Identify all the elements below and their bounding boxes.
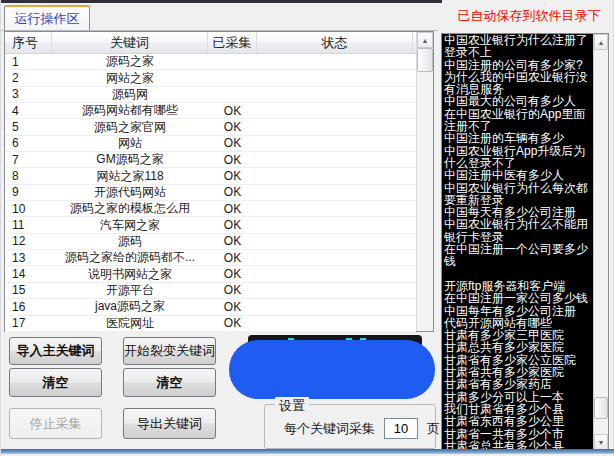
table-cell-kw: 源码网站都有哪些	[52, 102, 208, 119]
table-cell-kw: GM源码之家	[52, 151, 208, 168]
table-cell-col: OK	[208, 218, 257, 232]
clear-left-button[interactable]: 清空	[9, 368, 102, 397]
table-row[interactable]: 12源码OK	[5, 234, 416, 250]
log-scrollbar[interactable]: ▲ ▼	[593, 34, 608, 450]
table-cell-kw: 源码之家的模板怎么用	[52, 200, 208, 217]
log-scroll-down-icon[interactable]: ▼	[594, 434, 608, 450]
table-cell-no: 1	[5, 55, 52, 69]
table-cell-kw: 网站	[52, 135, 208, 152]
table-cell-col: OK	[208, 120, 257, 134]
log-lines: 中国农业银行为什么注册了 登录不上 中国注册的公司有多少家? 为什么我的中国农业…	[444, 34, 594, 451]
table-row[interactable]: 6网站OK	[5, 136, 416, 152]
table-row[interactable]: 17医院网址OK	[5, 316, 416, 332]
table-cell-col: OK	[208, 283, 257, 297]
column-header-collected[interactable]: 已采集	[208, 32, 257, 53]
column-header-keyword[interactable]: 关键词	[52, 32, 208, 53]
table-row[interactable]: 10源码之家的模板怎么用OK	[5, 201, 416, 217]
table-cell-no: 2	[5, 71, 52, 85]
table-cell-col: OK	[208, 104, 257, 118]
table-cell-kw: 开源代码网站	[52, 184, 208, 201]
tab-run-operation-area[interactable]: 运行操作区	[4, 5, 90, 31]
table-cell-no: 6	[5, 136, 52, 150]
table-row[interactable]: 9开源代码网站OK	[5, 185, 416, 201]
export-keywords-button[interactable]: 导出关键词	[123, 408, 216, 439]
table-cell-no: 4	[5, 104, 52, 118]
table-cell-kw: java源码之家	[52, 298, 208, 315]
table-cell-no: 9	[5, 185, 52, 199]
table-row[interactable]: 15开源平台OK	[5, 283, 416, 299]
table-cell-kw: 网站之家118	[52, 168, 208, 185]
pages-unit-label: 页	[427, 420, 440, 438]
table-cell-col: OK	[208, 136, 257, 150]
table-cell-kw: 网站之家	[52, 70, 208, 87]
table-cell-kw: 源码	[52, 233, 208, 250]
table-cell-kw: 源码之家官网	[52, 119, 208, 136]
blue-overlay-button[interactable]	[229, 340, 435, 399]
pages-per-keyword-label: 每个关键词采集	[284, 420, 375, 438]
table-row[interactable]: 8网站之家118OK	[5, 168, 416, 184]
table-body: 1源码之家2网站之家3源码网4源码网站都有哪些OK5源码之家官网OK6网站OK7…	[5, 54, 416, 332]
table-cell-col: OK	[208, 300, 257, 314]
table-cell-col: OK	[208, 251, 257, 265]
table-cell-kw: 医院网址	[52, 315, 208, 332]
table-cell-col: OK	[208, 316, 257, 330]
table-cell-kw: 汽车网之家	[52, 217, 208, 234]
column-header-no[interactable]: 序号	[5, 32, 52, 53]
table-cell-col: OK	[208, 169, 257, 183]
autosave-notice: 已自动保存到软件目录下	[449, 7, 609, 25]
settings-row: 每个关键词采集 页	[284, 418, 440, 439]
import-main-keywords-button[interactable]: 导入主关键词	[9, 337, 102, 365]
table-cell-col: OK	[208, 234, 257, 248]
table-cell-kw: 源码网	[52, 86, 208, 103]
start-fission-keywords-button[interactable]: 开始裂变关键词	[123, 337, 216, 365]
table-scroll-up-icon[interactable]: ▲	[417, 32, 433, 48]
table-cell-kw: 开源平台	[52, 282, 208, 299]
column-header-status[interactable]: 状态	[257, 32, 413, 53]
table-cell-no: 14	[5, 267, 52, 281]
table-cell-no: 13	[5, 251, 52, 265]
table-row[interactable]: 16java源码之家OK	[5, 299, 416, 315]
table-row[interactable]: 1源码之家	[5, 54, 416, 70]
stop-collect-button[interactable]: 停止采集	[9, 408, 102, 439]
table-cell-col: OK	[208, 202, 257, 216]
table-scroll-thumb[interactable]	[417, 48, 433, 72]
table-cell-kw: 说明书网站之家	[52, 266, 208, 283]
keyword-table: 序号 关键词 已采集 状态 1源码之家2网站之家3源码网4源码网站都有哪些OK5…	[4, 31, 434, 332]
table-row[interactable]: 7GM源码之家OK	[5, 152, 416, 168]
table-cell-kw: 源码之家给的源码都不...	[52, 249, 208, 266]
table-row[interactable]: 5源码之家官网OK	[5, 119, 416, 135]
window-bottom-border	[1, 449, 614, 454]
table-cell-col: OK	[208, 153, 257, 167]
table-cell-no: 8	[5, 169, 52, 183]
table-cell-no: 5	[5, 120, 52, 134]
table-row[interactable]: 2网站之家	[5, 70, 416, 86]
window-top-border	[1, 0, 442, 3]
table-scrollbar[interactable]: ▲	[416, 32, 433, 331]
log-scroll-thumb[interactable]	[594, 397, 608, 419]
app-window: 运行操作区 已自动保存到软件目录下 序号 关键词 已采集 状态 1源码之家2网站…	[0, 0, 614, 456]
table-cell-no: 11	[5, 218, 52, 232]
table-cell-kw: 源码之家	[52, 54, 208, 70]
log-scroll-up-icon[interactable]: ▲	[594, 34, 608, 50]
table-cell-no: 10	[5, 202, 52, 216]
table-cell-col: OK	[208, 185, 257, 199]
table-header-row: 序号 关键词 已采集 状态	[5, 32, 433, 54]
log-panel: 中国农业银行为什么注册了 登录不上 中国注册的公司有多少家? 为什么我的中国农业…	[441, 33, 609, 451]
table-row[interactable]: 11汽车网之家OK	[5, 217, 416, 233]
settings-legend: 设置	[275, 397, 309, 415]
table-cell-no: 12	[5, 234, 52, 248]
table-cell-no: 17	[5, 316, 52, 330]
table-row[interactable]: 14说明书网站之家OK	[5, 266, 416, 282]
table-cell-no: 3	[5, 87, 52, 101]
table-row[interactable]: 13源码之家给的源码都不...OK	[5, 250, 416, 266]
table-cell-no: 16	[5, 300, 52, 314]
pages-per-keyword-input[interactable]	[384, 418, 418, 439]
table-cell-col: OK	[208, 267, 257, 281]
table-row[interactable]: 4源码网站都有哪些OK	[5, 103, 416, 119]
table-row[interactable]: 3源码网	[5, 87, 416, 103]
tab-label: 运行操作区	[15, 10, 80, 28]
clear-right-button[interactable]: 清空	[123, 368, 216, 397]
table-cell-no: 7	[5, 153, 52, 167]
table-cell-no: 15	[5, 283, 52, 297]
